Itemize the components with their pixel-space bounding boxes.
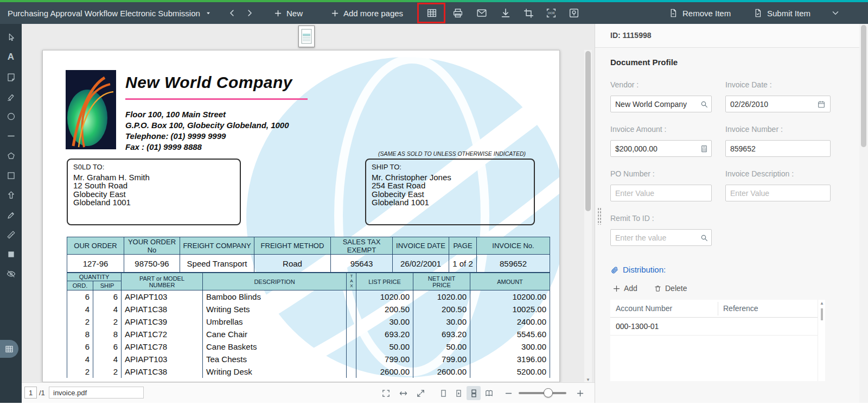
reference-column-header[interactable]: Reference [723,304,758,313]
vendor-search-button[interactable] [699,99,709,109]
distribution-delete-button[interactable]: Delete [654,284,687,293]
document-profile-panel: ID: 1115998 Document Profile Vendor : In… [595,24,859,403]
ocr-button[interactable]: OCR [542,5,560,21]
text-tool[interactable]: A [5,51,17,63]
auto-detect-button[interactable] [565,5,583,21]
zoom-slider-thumb[interactable] [544,388,553,397]
email-button[interactable] [473,5,490,21]
line-icon [6,131,16,141]
invoice-amount-calculator-button[interactable] [699,144,709,154]
print-icon [452,7,464,19]
more-actions-button[interactable] [827,5,844,21]
app-scrollbar-thumb[interactable] [861,25,866,147]
hide-annotations-tool[interactable] [5,268,17,280]
prev-page-button[interactable] [224,5,241,21]
order-value-cell: 26/02/2001 [393,255,449,273]
fullscreen-icon [381,389,391,398]
continuous-pages-icon [469,389,478,398]
zoom-in-button[interactable] [573,386,587,400]
scroll-up-arrow-icon[interactable]: ▲ [818,301,826,306]
note-tool[interactable] [5,71,17,83]
calendar-icon [817,100,826,109]
invoice-description-input[interactable] [725,185,831,201]
ruler-tool[interactable] [5,229,17,241]
panel-resize-handle[interactable] [597,207,602,225]
app-scrollbar[interactable] [859,24,868,403]
thumbnails-panel-button[interactable] [0,340,18,358]
single-page-view-button[interactable] [436,386,450,400]
highlighter-tool[interactable] [5,91,17,103]
top-toolbar: Purchasing Approval Workflow Electronic … [0,2,868,24]
distribution-link[interactable]: Distribution: [610,265,666,274]
document-scrollbar-thumb[interactable] [585,51,591,211]
grid-icon-highlight-box [417,3,445,23]
polygon-tool[interactable] [5,150,17,162]
distribution-add-button[interactable]: Add [612,284,637,293]
fit-width-button[interactable] [396,386,410,400]
invoice-amount-input[interactable] [610,140,712,157]
fit-page-button[interactable] [413,386,427,400]
po-number-label: PO Number : [610,169,655,178]
order-value-cell: 98750-96 [124,255,180,273]
search-icon [700,100,709,109]
document-scrollbar[interactable]: ▼ [584,50,592,383]
viewer-bottom-bar: /1 [22,382,595,403]
distribution-table-scrollbar[interactable]: ▲ [818,300,825,381]
next-page-button[interactable] [241,5,258,21]
paperclip-icon [610,265,619,274]
arrow-shape-tool[interactable] [5,189,17,201]
order-value-cell: 1 of 2 [449,255,477,273]
print-button[interactable] [449,5,467,21]
line-items-table: QUANTITY PART or MODEL NUMBER DESCRIPTIO… [67,273,550,378]
scroll-down-arrow-icon[interactable]: ▼ [584,377,592,382]
account-number-column-header[interactable]: Account Number [616,304,672,313]
ellipse-tool[interactable] [5,110,17,122]
grid-view-button[interactable] [423,5,441,21]
zoom-slider[interactable] [519,392,566,394]
page-number-input[interactable] [24,387,37,399]
filled-rectangle-icon [6,249,16,260]
invoice-document[interactable]: New World Company Floor 100, 100 Main St… [42,50,560,382]
ship-header: SHIP [93,281,122,290]
filename-input[interactable] [49,387,144,399]
workflow-title: Purchasing Approval Workflow Electronic … [8,9,200,18]
select-cursor-icon [6,33,16,43]
add-more-pages-button[interactable]: Add more pages [331,2,403,24]
remove-item-button[interactable]: Remove Item [668,2,731,24]
submit-item-button[interactable]: Submit Item [753,2,810,24]
select-cursor-tool[interactable] [5,31,17,43]
quantity-header: QUANTITY [67,273,122,281]
remit-to-id-input[interactable] [610,229,712,246]
chevron-right-icon [245,8,254,18]
distribution-scrollbar-thumb[interactable] [821,308,823,320]
download-button[interactable] [497,5,514,21]
invoice-number-input[interactable] [725,140,831,157]
new-button[interactable]: New [274,2,303,24]
continuous-view-button[interactable] [467,386,481,400]
sold-to-title: S0LD TO: [73,163,234,172]
invoice-date-calendar-button[interactable] [816,99,826,109]
distribution-row[interactable]: 000-1300-01 [610,318,818,336]
order-value-cell: 127-96 [67,255,124,273]
remit-to-id-label: Remit To ID : [610,214,654,223]
fullscreen-button[interactable] [379,386,393,400]
distribution-table-header: Account Number Reference [610,300,818,318]
order-value-cell: 95643 [331,255,393,273]
rectangle-icon [6,170,16,181]
filled-rectangle-tool[interactable] [5,248,17,260]
page-thumbnail[interactable] [298,26,315,47]
polygon-icon [6,151,16,161]
zoom-out-button[interactable] [501,386,515,400]
vendor-input[interactable] [610,96,712,112]
eye-off-icon [6,269,16,279]
po-number-input[interactable] [610,185,712,201]
remit-to-id-search-button[interactable] [699,233,709,243]
rectangle-tool[interactable] [5,169,17,181]
pen-tool[interactable] [5,209,17,221]
crop-button[interactable] [520,5,537,21]
invoice-date-input[interactable] [725,96,831,112]
two-page-view-button[interactable] [482,386,496,400]
workflow-selector[interactable]: Purchasing Approval Workflow Electronic … [8,2,212,24]
line-tool[interactable] [5,130,17,142]
page-fit-download-view-button[interactable] [451,386,465,400]
